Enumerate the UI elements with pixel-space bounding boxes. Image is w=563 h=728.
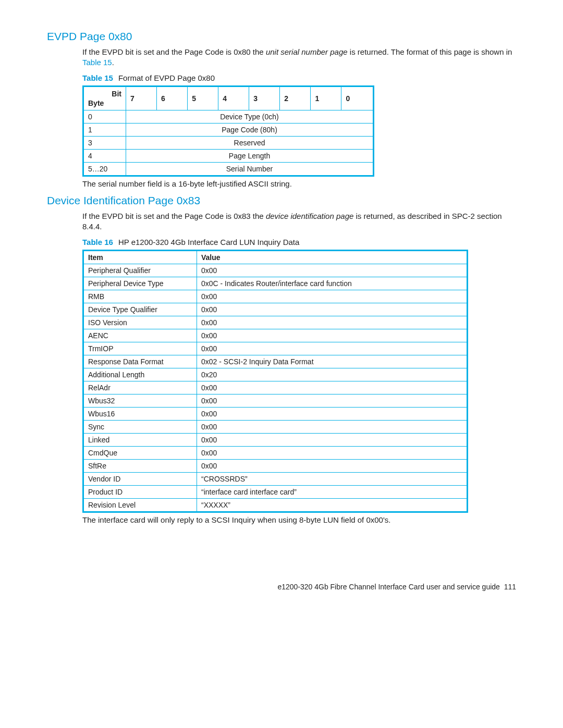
value-cell: “XXXXX” <box>197 498 468 512</box>
table15-corner: Bit Byte <box>83 86 126 110</box>
item-cell: ISO Version <box>83 316 197 329</box>
table15-label: Table 15 <box>82 73 113 82</box>
value-cell: 0x20 <box>197 368 468 381</box>
table-row: 3Reserved <box>83 136 374 149</box>
value-cell: 0x00 <box>197 290 468 303</box>
section-heading-evpd: EVPD Page 0x80 <box>47 30 516 43</box>
item-cell: Additional Length <box>83 368 197 381</box>
value-cell: 0x00 <box>197 459 468 472</box>
table-row: Wbus160x00 <box>83 407 468 420</box>
value-cell: “CROSSRDS” <box>197 472 468 485</box>
section1-after: The serial number field is a 16-byte lef… <box>82 179 516 189</box>
table-row: 4Page Length <box>83 149 374 162</box>
item-cell: SftRe <box>83 459 197 472</box>
item-cell: CmdQue <box>83 446 197 459</box>
value-cell: 0x00 <box>197 433 468 446</box>
s1-post2: . <box>112 58 114 67</box>
bit-0: 0 <box>341 86 374 110</box>
table-row: Product ID“interface card interface card… <box>83 485 468 498</box>
table-row: Peripheral Qualifier0x00 <box>83 264 468 277</box>
item-cell: Peripheral Qualifier <box>83 264 197 277</box>
table16-title: HP e1200-320 4Gb Interface Card LUN Inqu… <box>118 238 299 246</box>
value-cell: 0x00 <box>197 303 468 316</box>
table-row: AENC0x00 <box>83 329 468 342</box>
table15-header-row: Bit Byte 7 6 5 4 3 2 1 0 <box>83 86 374 110</box>
s1-ital: unit serial number page <box>266 47 348 56</box>
item-cell: AENC <box>83 329 197 342</box>
table-row: RMB0x00 <box>83 290 468 303</box>
byte-label: Byte <box>88 98 104 108</box>
s2-ital: device identification page <box>266 212 353 220</box>
value-cell: 0x02 - SCSI-2 Inquiry Data Format <box>197 355 468 368</box>
value-cell: 0x00 <box>197 329 468 342</box>
table15: Bit Byte 7 6 5 4 3 2 1 0 0Device Type (0… <box>82 85 374 177</box>
table15-caption: Table 15Format of EVPD Page 0x80 <box>82 73 516 82</box>
table-row: 0Device Type (0ch) <box>83 110 374 123</box>
head-item: Item <box>83 250 197 264</box>
table-row: Response Data Format0x02 - SCSI-2 Inquir… <box>83 355 468 368</box>
table16-label: Table 16 <box>82 238 113 246</box>
table-row: Peripheral Device Type0x0C - Indicates R… <box>83 277 468 290</box>
byte-cell: 1 <box>83 123 126 136</box>
value-cell: 0x00 <box>197 264 468 277</box>
bit-3: 3 <box>249 86 280 110</box>
s1-link[interactable]: Table 15 <box>82 58 112 67</box>
value-cell: 0x00 <box>197 316 468 329</box>
table-row: Revision Level“XXXXX” <box>83 498 468 512</box>
table-row: TrmIOP0x00 <box>83 342 468 355</box>
section2-para: If the EVPD bit is set and the Page Code… <box>82 211 516 232</box>
value-cell: 0x00 <box>197 446 468 459</box>
value-cell: 0x00 <box>197 381 468 394</box>
table-row: Sync0x00 <box>83 420 468 433</box>
bit-label: Bit <box>112 90 121 98</box>
item-cell: Response Data Format <box>83 355 197 368</box>
value-cell: “interface card interface card” <box>197 485 468 498</box>
bit-4: 4 <box>218 86 249 110</box>
table-row: 1Page Code (80h) <box>83 123 374 136</box>
table-row: Linked0x00 <box>83 433 468 446</box>
footer-text: e1200-320 4Gb Fibre Channel Interface Ca… <box>277 583 499 591</box>
table-row: ISO Version0x00 <box>83 316 468 329</box>
item-cell: Linked <box>83 433 197 446</box>
byte-cell: 5…20 <box>83 162 126 176</box>
byte-cell: 4 <box>83 149 126 162</box>
value-cell: 0x00 <box>197 394 468 407</box>
span-cell: Page Code (80h) <box>126 123 374 136</box>
page-footer: e1200-320 4Gb Fibre Channel Interface Ca… <box>47 583 516 591</box>
s1-pre: If the EVPD bit is set and the Page Code… <box>82 47 266 56</box>
table15-title: Format of EVPD Page 0x80 <box>118 73 215 82</box>
table-row: Additional Length0x20 <box>83 368 468 381</box>
value-cell: 0x0C - Indicates Router/interface card f… <box>197 277 468 290</box>
table16-header-row: Item Value <box>83 250 468 264</box>
span-cell: Device Type (0ch) <box>126 110 374 123</box>
item-cell: RelAdr <box>83 381 197 394</box>
value-cell: 0x00 <box>197 407 468 420</box>
item-cell: Wbus32 <box>83 394 197 407</box>
bit-1: 1 <box>311 86 341 110</box>
span-cell: Page Length <box>126 149 374 162</box>
s2-pre: If the EVPD bit is set and the Page Code… <box>82 212 266 220</box>
bit-5: 5 <box>188 86 218 110</box>
bit-2: 2 <box>280 86 311 110</box>
table-row: SftRe0x00 <box>83 459 468 472</box>
item-cell: Peripheral Device Type <box>83 277 197 290</box>
footer-page: 111 <box>504 583 516 591</box>
s1-post1: is returned. The format of this page is … <box>348 47 512 56</box>
head-value: Value <box>197 250 468 264</box>
item-cell: Sync <box>83 420 197 433</box>
byte-cell: 3 <box>83 136 126 149</box>
section1-para: If the EVPD bit is set and the Page Code… <box>82 47 516 68</box>
span-cell: Reserved <box>126 136 374 149</box>
span-cell: Serial Number <box>126 162 374 176</box>
table-row: Device Type Qualifier0x00 <box>83 303 468 316</box>
table-row: CmdQue0x00 <box>83 446 468 459</box>
bit-6: 6 <box>157 86 188 110</box>
table-row: 5…20Serial Number <box>83 162 374 176</box>
section2-after: The interface card will only reply to a … <box>82 515 516 525</box>
table-row: RelAdr0x00 <box>83 381 468 394</box>
value-cell: 0x00 <box>197 420 468 433</box>
item-cell: RMB <box>83 290 197 303</box>
section-heading-device-id: Device Identification Page 0x83 <box>47 194 516 207</box>
table16-caption: Table 16HP e1200-320 4Gb Interface Card … <box>82 238 516 246</box>
item-cell: Product ID <box>83 485 197 498</box>
